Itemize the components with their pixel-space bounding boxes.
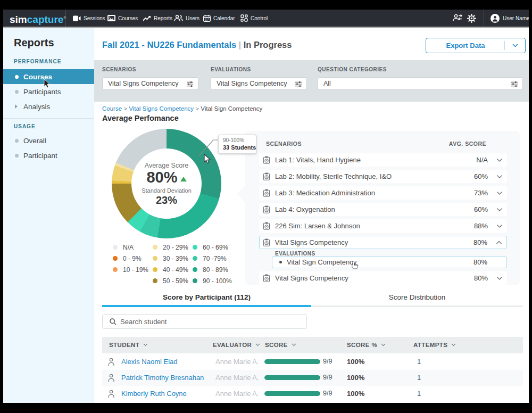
app-window: simcapture® Sessions Courses Reports Use… — [3, 10, 529, 403]
score-percent: 100% — [347, 390, 364, 398]
top-nav: simcapture® Sessions Courses Reports Use… — [3, 10, 529, 27]
person-icon — [107, 390, 115, 398]
sidebar-heading-performance: PERFORMANCE — [14, 59, 61, 64]
clipboard-icon — [263, 222, 270, 230]
chevron-down-icon[interactable] — [496, 276, 503, 280]
legend-dot — [193, 245, 197, 250]
search-student-box[interactable] — [102, 314, 307, 329]
nav-item-courses[interactable]: Courses — [107, 10, 138, 27]
nav-divider — [65, 10, 66, 27]
evaluation-row-vital-sign-competency[interactable]: Vital Sign Competency 80% — [272, 256, 507, 268]
legend-dot — [153, 267, 157, 272]
bullet-icon — [15, 90, 19, 94]
scenario-row-lab1[interactable]: Lab 1: Vitals, Hand Hygiene N/A — [259, 153, 507, 167]
nav-item-reports[interactable]: Reports — [143, 10, 172, 27]
column-header-evaluator[interactable]: EVALUATOR — [213, 342, 260, 348]
scenario-row-vital-signs-expanded[interactable]: Vital Signs Competency 80% — [259, 236, 507, 249]
chevron-down-icon[interactable] — [496, 158, 503, 162]
score-percent: 100% — [347, 374, 364, 382]
tab-score-distribution[interactable]: Score Distribution — [311, 293, 523, 305]
person-icon — [107, 374, 115, 382]
course-title-link[interactable]: Fall 2021 - NU226 Fundamentals — [102, 40, 236, 49]
legend-dot — [153, 256, 157, 261]
sidebar: Reports PERFORMANCE Courses Participants… — [3, 28, 94, 403]
mouse-cursor-hand — [350, 261, 359, 269]
scenario-row-lab4[interactable]: Lab 4: Oxygenation 60% — [259, 203, 507, 216]
section-title: Average Perfomance — [102, 114, 179, 122]
column-header-student[interactable]: STUDENT — [109, 342, 148, 348]
evaluator-name: Anne Marie A. — [215, 374, 259, 382]
scenarios-filter-select[interactable]: Vital Signs Competency — [102, 77, 198, 90]
legend-dot — [113, 267, 118, 272]
score-fraction: 9/9 — [323, 374, 332, 381]
chevron-down-icon[interactable] — [512, 44, 518, 47]
score-fraction: 9/9 — [323, 358, 332, 365]
simcapture-logo[interactable]: simcapture® — [10, 10, 66, 27]
column-header-score[interactable]: SCORE — [265, 342, 296, 348]
tab-score-by-participant[interactable]: Score by Participant (112) — [102, 293, 311, 305]
attempts-count: 1 — [417, 390, 421, 398]
sidebar-item-overall[interactable]: Overall — [3, 133, 94, 148]
scenario-row-226sim[interactable]: 226 Sim: Larsen & Johnson 88% — [259, 219, 507, 233]
filter-bar: SCENARIOS EVALUATIONS QUESTION CATEGORIE… — [94, 60, 529, 102]
question-categories-filter-select[interactable]: All — [318, 77, 523, 90]
chevron-down-icon[interactable] — [496, 224, 503, 228]
column-header-attempts[interactable]: ATTEMPTS — [413, 342, 456, 348]
student-name-link[interactable]: Alexis Naomi Elad — [121, 358, 178, 366]
search-student-input[interactable] — [120, 315, 296, 328]
legend-item: 40 - 49% — [153, 267, 188, 272]
main-content: Fall 2021 - NU226 Fundamentals | In Prog… — [94, 28, 529, 403]
export-data-button[interactable]: Export Data — [426, 38, 526, 53]
page-title: Fall 2021 - NU226 Fundamentals | In Prog… — [102, 40, 292, 50]
active-tab-underline — [102, 305, 311, 307]
student-name-link[interactable]: Kimberly Ruth Coyne — [121, 390, 187, 398]
average-score-value: 80% — [146, 169, 186, 185]
user-switch-icon[interactable] — [453, 14, 462, 22]
evaluations-filter-select[interactable]: Vital Signs Competency — [211, 77, 307, 90]
scenario-row-lab2[interactable]: Lab 2: Mobility, Sterile Technique, I&O … — [259, 170, 507, 183]
nav-item-users[interactable]: Users — [174, 10, 200, 27]
donut-tooltip: 90-100% 33 Students — [218, 135, 256, 154]
gear-icon[interactable] — [467, 14, 476, 23]
image-icon — [107, 15, 115, 21]
legend-item: 50 - 59% — [153, 278, 188, 283]
nav-item-calendar[interactable]: Calendar — [203, 10, 235, 27]
legend-dot — [113, 256, 118, 261]
breadcrumb-scenario[interactable]: Vital Signs Competency — [129, 105, 194, 112]
mouse-cursor-arrow-sidebar — [44, 79, 51, 89]
table-row[interactable]: Patrick Timothy Bresnahan Anne Marie A. … — [102, 370, 523, 386]
table-row[interactable]: Alexis Naomi Elad Anne Marie A. 9/9 100%… — [102, 354, 523, 370]
scenario-row-vital-signs-2[interactable]: Vital Signs Competency 80% — [259, 271, 507, 285]
sidebar-divider — [3, 118, 94, 119]
clipboard-icon — [263, 205, 270, 213]
legend-item: 20 - 29% — [153, 245, 188, 250]
sidebar-item-analysis[interactable]: Analysis — [3, 99, 94, 114]
std-deviation-label: Standard Deviation — [142, 187, 192, 194]
course-status: In Progress — [244, 40, 292, 49]
score-percent: 100% — [347, 358, 364, 366]
avatar-icon — [491, 14, 500, 23]
trend-line-icon — [143, 15, 151, 21]
student-name-link[interactable]: Patrick Timothy Bresnahan — [121, 374, 204, 382]
chevron-down-icon[interactable] — [496, 208, 503, 212]
sidebar-item-participant[interactable]: Participant — [3, 148, 94, 163]
column-header-score-pct[interactable]: SCORE % — [347, 342, 386, 348]
nav-item-sessions[interactable]: Sessions — [73, 10, 105, 27]
nav-item-control[interactable]: Control — [240, 10, 268, 27]
user-menu[interactable]: User Name — [491, 10, 529, 27]
average-score-label: Average Score — [145, 162, 188, 169]
attempts-count: 1 — [417, 358, 421, 366]
chevron-up-icon[interactable] — [496, 241, 502, 245]
table-row[interactable]: Kimberly Ruth Coyne Anne Marie A. 9/9 10… — [102, 386, 523, 402]
filter-sliders-icon — [186, 80, 194, 88]
legend-column-3: 60 - 69% 70 -79% 80 - 89% 90 - 100% — [193, 245, 232, 283]
clipboard-icon — [263, 172, 270, 180]
legend-item: 70 -79% — [193, 256, 232, 261]
score-bar — [264, 375, 320, 380]
breadcrumb-current: Vital Sign Competency — [201, 105, 262, 112]
chevron-down-icon[interactable] — [496, 191, 503, 195]
breadcrumb-course[interactable]: Course — [102, 105, 122, 112]
scenario-row-lab3[interactable]: Lab 3: Medication Administration 73% — [259, 186, 507, 200]
chevron-down-icon[interactable] — [496, 175, 503, 179]
grid-icon — [240, 14, 248, 22]
